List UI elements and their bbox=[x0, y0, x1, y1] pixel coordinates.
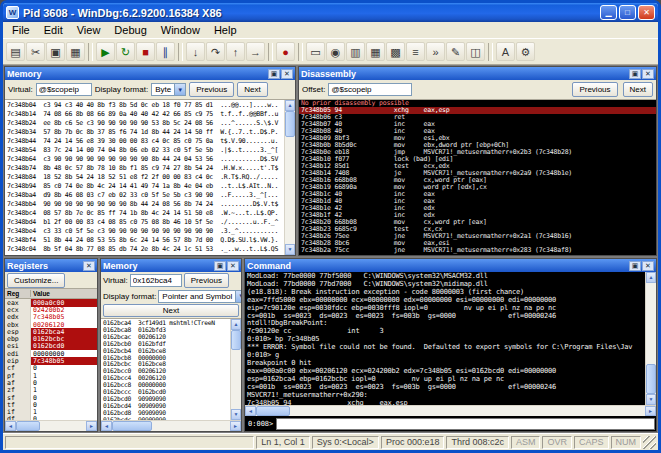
command-window-icon[interactable]: ▭ bbox=[306, 42, 325, 61]
watch-window-icon[interactable]: ◉ bbox=[326, 42, 345, 61]
command-window-dock-button[interactable]: ▣ bbox=[629, 261, 641, 271]
restart-icon[interactable]: ↻ bbox=[116, 42, 135, 61]
menu-item[interactable]: Help bbox=[207, 23, 244, 37]
step-out-icon[interactable]: ↑ bbox=[226, 42, 245, 61]
memory-line[interactable]: 7c348bb4 90 90 90 90 90 90 90 90 8b 44 2… bbox=[7, 200, 284, 209]
registers-window-icon[interactable]: ▦ bbox=[366, 42, 385, 61]
scroll-up-icon[interactable]: ▲ bbox=[646, 272, 656, 283]
memory-line[interactable]: 7c348b94 85 c0 74 0e 8b 4c 24 14 41 49 7… bbox=[7, 182, 284, 191]
horizontal-scrollbar[interactable]: ◄ ► bbox=[101, 420, 241, 431]
memory-line[interactable]: 7c348b14 74 08 66 8b 08 66 89 0a 40 40 4… bbox=[7, 110, 284, 119]
run-to-cursor-icon[interactable]: → bbox=[246, 42, 265, 61]
stop-debugging-icon[interactable]: ■ bbox=[136, 42, 155, 61]
disassembly-window-close-button[interactable]: ✕ bbox=[642, 69, 654, 79]
previous-button[interactable]: Previous bbox=[189, 82, 234, 97]
open-source-file-icon[interactable]: ▤ bbox=[6, 42, 25, 61]
maximize-button[interactable]: □ bbox=[619, 5, 636, 20]
scratch-pad-icon[interactable]: ✎ bbox=[446, 42, 465, 61]
vertical-scrollbar[interactable]: ▲ ▼ bbox=[284, 100, 295, 255]
font-icon[interactable]: A bbox=[496, 42, 515, 61]
memory-window-2-titlebar[interactable]: Memory ▣ ✕ bbox=[101, 259, 241, 272]
locals-window-icon[interactable]: ▥ bbox=[346, 42, 365, 61]
memory-line[interactable]: 7c348b54 83 7c 24 14 00 74 04 8b 06 eb 0… bbox=[7, 146, 284, 155]
disassembly-line[interactable]: 7c348b2a 75cc jne MSVCR71!_metusermather… bbox=[299, 247, 656, 254]
menu-item[interactable]: Edit bbox=[37, 23, 70, 37]
memory-line[interactable]: 7c348b34 57 8b 7b 0c 8b 37 85 f6 74 1d 8… bbox=[7, 128, 284, 137]
paste-icon[interactable]: ▦ bbox=[66, 42, 85, 61]
step-over-icon[interactable]: ↷ bbox=[206, 42, 225, 61]
scroll-down-icon[interactable]: ▼ bbox=[285, 244, 295, 255]
scrollbar-thumb[interactable] bbox=[285, 111, 295, 137]
menu-item[interactable]: View bbox=[70, 23, 108, 37]
memory-line[interactable]: 7c348c04 8b 5f 04 8b 77 08 85 db 74 2e 8… bbox=[7, 245, 284, 254]
next-button[interactable]: Next bbox=[237, 82, 267, 97]
memory-line[interactable]: 7c348bc4 08 57 8b 7e 0c 85 ff 74 1b 8b 4… bbox=[7, 209, 284, 218]
scroll-left-icon[interactable]: ◄ bbox=[5, 421, 16, 431]
options-icon[interactable]: ⚙ bbox=[516, 42, 535, 61]
registers-window-close-button[interactable]: ✕ bbox=[83, 261, 95, 271]
memory-window-2-dock-button[interactable]: ▣ bbox=[214, 261, 226, 271]
scroll-down-icon[interactable]: ▼ bbox=[646, 394, 656, 405]
memory-line[interactable]: 7c348b44 74 24 14 56 e8 39 30 00 00 83 c… bbox=[7, 137, 284, 146]
memory-line[interactable]: 7c348bd4 b1 2f 00 00 83 c4 08 85 c0 75 0… bbox=[7, 218, 284, 227]
scroll-right-icon[interactable]: ► bbox=[230, 421, 241, 431]
horizontal-scrollbar[interactable]: ◄ ► bbox=[5, 420, 97, 431]
command-input[interactable] bbox=[276, 418, 655, 430]
previous-button[interactable]: Previous bbox=[572, 82, 617, 97]
virtual-address-input[interactable] bbox=[36, 83, 92, 96]
memory-line[interactable]: 7c348b24 ee 8b c6 5e c3 90 90 90 90 90 5… bbox=[7, 119, 284, 128]
memory-line[interactable]: 7c348ba4 d9 8b 46 08 03 c7 eb 02 33 c0 5… bbox=[7, 191, 284, 200]
display-format-select[interactable]: Pointer and Symbol ▼ bbox=[158, 290, 242, 303]
disassembly-window-dock-button[interactable]: ▣ bbox=[629, 69, 641, 79]
scrollbar-thumb[interactable] bbox=[16, 421, 40, 431]
minimize-button[interactable]: ▁ bbox=[600, 5, 617, 20]
display-format-select[interactable]: Byte ▼ bbox=[151, 83, 186, 96]
next-button[interactable]: Next bbox=[103, 304, 239, 317]
scrollbar-thumb[interactable] bbox=[112, 421, 152, 431]
disassembly-window-icon[interactable]: » bbox=[426, 42, 445, 61]
scroll-left-icon[interactable]: ◄ bbox=[245, 406, 256, 416]
break-icon[interactable]: ∥ bbox=[156, 42, 175, 61]
vertical-scrollbar[interactable]: ▲ ▼ bbox=[230, 319, 241, 420]
previous-button[interactable]: Previous bbox=[184, 273, 229, 288]
registers-window-titlebar[interactable]: Registers ✕ bbox=[5, 259, 97, 272]
command-window-close-button[interactable]: ✕ bbox=[642, 261, 654, 271]
memory-line[interactable]: 7c348b04 c3 94 c3 40 40 8b f3 8b 5d 0c e… bbox=[7, 101, 284, 110]
customize-button[interactable]: Customize... bbox=[7, 273, 65, 288]
memory-line[interactable]: 7c348b74 8b 48 0c 57 8b 78 10 8b f1 85 c… bbox=[7, 164, 284, 173]
menu-item[interactable]: File bbox=[5, 23, 37, 37]
cut-icon[interactable]: ✂ bbox=[26, 42, 45, 61]
resize-grip[interactable] bbox=[643, 436, 656, 449]
scrollbar-thumb[interactable] bbox=[231, 330, 241, 350]
scroll-down-icon[interactable]: ▼ bbox=[231, 409, 241, 420]
processes-window-icon[interactable]: ◫ bbox=[466, 42, 485, 61]
offset-input[interactable] bbox=[328, 83, 412, 96]
command-window-titlebar[interactable]: Command ▣ ✕ bbox=[245, 259, 656, 272]
menu-item[interactable]: Debug bbox=[107, 23, 153, 37]
titlebar[interactable]: W Pid 3608 - WinDbg:6.2.9200.16384 X86 ▁… bbox=[3, 3, 658, 22]
go-icon[interactable]: ▶ bbox=[96, 42, 115, 61]
memory-window-1-titlebar[interactable]: Memory ▣ ✕ bbox=[5, 67, 295, 80]
insert-breakpoint-icon[interactable]: ● bbox=[276, 42, 295, 61]
memory-window-icon[interactable]: ▩ bbox=[386, 42, 405, 61]
call-stack-window-icon[interactable]: ≡ bbox=[406, 42, 425, 61]
scroll-right-icon[interactable]: ► bbox=[645, 406, 656, 416]
memory-window-1-close-button[interactable]: ✕ bbox=[281, 69, 293, 79]
memory-line[interactable]: 7c348be4 c3 33 c0 5f 5e c3 90 90 90 90 9… bbox=[7, 227, 284, 236]
virtual-address-input[interactable] bbox=[130, 274, 182, 287]
memory-line[interactable]: 7c348b64 c3 90 90 90 90 90 90 90 90 90 8… bbox=[7, 155, 284, 164]
disassembly-window-titlebar[interactable]: Disassembly ▣ ✕ bbox=[299, 67, 656, 80]
scroll-up-icon[interactable]: ▲ bbox=[285, 100, 295, 111]
scroll-up-icon[interactable]: ▲ bbox=[231, 319, 241, 330]
menu-item[interactable]: Window bbox=[154, 23, 207, 37]
scroll-left-icon[interactable]: ◄ bbox=[101, 421, 112, 431]
copy-icon[interactable]: ▣ bbox=[46, 42, 65, 61]
scroll-right-icon[interactable]: ► bbox=[86, 421, 97, 431]
scrollbar-thumb[interactable] bbox=[646, 364, 656, 394]
close-button[interactable]: ✕ bbox=[638, 5, 655, 20]
memory-line[interactable]: 7c348bf4 51 8b 44 24 08 53 55 8b 6c 24 1… bbox=[7, 236, 284, 245]
scrollbar-thumb[interactable] bbox=[256, 406, 290, 416]
vertical-scrollbar[interactable]: ▲ ▼ bbox=[645, 272, 656, 405]
memory-window-2-close-button[interactable]: ✕ bbox=[227, 261, 239, 271]
next-button[interactable]: Next bbox=[623, 82, 653, 97]
